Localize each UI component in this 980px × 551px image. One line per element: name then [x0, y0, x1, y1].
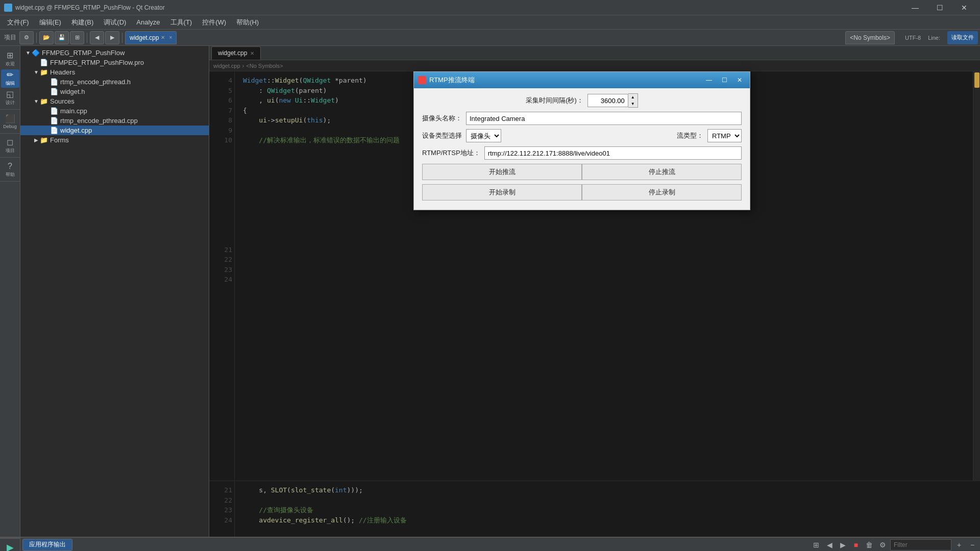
- output-filter-input[interactable]: [890, 539, 951, 550]
- start-stream-btn[interactable]: 开始推流: [422, 164, 582, 180]
- rtmp-dialog-title-text: RTMP推流终端: [429, 76, 475, 85]
- output-stop-btn[interactable]: ■: [850, 539, 862, 550]
- toolbar-open-btn[interactable]: 📂: [39, 31, 54, 44]
- toolbar-save-btn[interactable]: 💾: [55, 31, 69, 44]
- tree-item-widget-h[interactable]: 📄 widget.h: [20, 87, 209, 96]
- camera-name-input[interactable]: [466, 112, 742, 125]
- ai-read-btn[interactable]: 读取文件: [947, 31, 978, 44]
- toolbar-save-all-btn[interactable]: ⊞: [70, 31, 84, 44]
- sample-interval-input[interactable]: [587, 94, 628, 107]
- toolbar-back-btn[interactable]: ◀: [90, 31, 104, 44]
- sidebar-item-project[interactable]: ◻ 项目: [1, 137, 19, 155]
- menu-tools[interactable]: 工具(T): [165, 16, 198, 29]
- widget-h-icon: 📄: [50, 88, 58, 95]
- editor-file-tab[interactable]: widget.cpp ✕ ×: [125, 31, 177, 44]
- menu-controls[interactable]: 控件(W): [197, 16, 231, 29]
- headers-folder-icon: 📁: [40, 68, 48, 76]
- sidebar-item-help[interactable]: ? 帮助: [1, 161, 19, 179]
- rtmp-dialog-minimize-btn[interactable]: —: [703, 75, 715, 85]
- tree-item-root[interactable]: ▼ 🔷 FFMPEG_RTMP_PushFlow: [20, 48, 209, 58]
- rtmp-dialog-close-btn[interactable]: ✕: [733, 75, 746, 85]
- symbol-tab-label: <No Symbols>: [850, 34, 890, 41]
- code-lower-text[interactable]: s, SLOT(slot_state(int))); //查询摄像头设备 avd…: [235, 481, 980, 537]
- tree-item-rtmp-cpp[interactable]: 📄 rtmp_encode_pthread.cpp: [20, 116, 209, 126]
- output-panel-tab-label: 应用程序输出: [29, 540, 66, 549]
- stop-stream-btn[interactable]: 停止推流: [582, 164, 742, 180]
- sample-interval-row: 采集时间间隔(秒)： ▲ ▼: [422, 93, 742, 108]
- output-settings-btn[interactable]: ⚙: [877, 539, 888, 550]
- tree-item-pro[interactable]: 📄 FFMPEG_RTMP_PushFlow.pro: [20, 58, 209, 67]
- toolbar-forward-btn[interactable]: ▶: [105, 31, 119, 44]
- output-plus-btn[interactable]: +: [953, 539, 965, 550]
- widget-cpp-icon: 📄: [50, 127, 58, 134]
- tree-item-headers[interactable]: ▼ 📁 Headers: [20, 67, 209, 77]
- bottom-area: ▶ ▶ Release 🔨 应用程序输出 ⊞ ◀ ▶ ■ 🗑 ⚙ + −: [0, 537, 980, 551]
- sidebar-group-debug: ⬛ Debug: [0, 111, 20, 134]
- device-type-select[interactable]: 摄像头 桌面: [466, 129, 501, 142]
- menu-help[interactable]: 帮助(H): [231, 16, 264, 29]
- line-numbers: 4 5 6 7 8 9 10 21 22 23: [209, 71, 235, 481]
- run-btn[interactable]: ▶: [1, 541, 19, 551]
- editor-tab-close-icon[interactable]: ✕: [250, 51, 254, 56]
- sidebar-item-design[interactable]: ◱ 设计: [1, 89, 19, 107]
- output-prev-btn[interactable]: ◀: [824, 539, 835, 550]
- design-icon: ◱: [6, 90, 14, 98]
- tree-item-main-cpp[interactable]: 📄 main.cpp: [20, 106, 209, 116]
- editor-scrollbar[interactable]: [973, 71, 980, 481]
- titlebar: widget.cpp @ FFMPEG_RTMP_PushFlow - Qt C…: [0, 0, 980, 15]
- record-btn-row: 开始录制 停止录制: [422, 184, 742, 201]
- app-icon: [4, 4, 12, 12]
- stream-type-select[interactable]: RTMP RTSP: [707, 129, 742, 142]
- pro-file-icon: 📄: [40, 59, 48, 66]
- maximize-button[interactable]: ☐: [928, 0, 951, 15]
- sidebar-group-project: ◻ 项目: [0, 135, 20, 158]
- editor-file-tab-close[interactable]: ✕: [161, 35, 165, 40]
- editor-file-tab-pin[interactable]: ×: [169, 35, 172, 40]
- sample-interval-label: 采集时间间隔(秒)：: [526, 96, 583, 105]
- sidebar-item-edit[interactable]: ✏ 编辑: [1, 69, 19, 88]
- tree-item-sources[interactable]: ▼ 📁 Sources: [20, 96, 209, 106]
- sidebar-item-welcome[interactable]: ⊞ 欢迎: [1, 50, 19, 68]
- breadcrumb-file: widget.cpp: [213, 63, 240, 69]
- rtmp-dialog-body: 采集时间间隔(秒)： ▲ ▼ 摄像头名称： 设备: [414, 88, 750, 210]
- spinbox-up-btn[interactable]: ▲: [628, 94, 638, 101]
- output-panel-tab[interactable]: 应用程序输出: [22, 539, 72, 551]
- menu-build[interactable]: 构建(B): [66, 16, 99, 29]
- menu-analyze[interactable]: Analyze: [131, 16, 165, 28]
- stop-record-btn[interactable]: 停止录制: [582, 184, 742, 201]
- tree-item-rtmp-h[interactable]: 📄 rtmp_encode_pthread.h: [20, 77, 209, 87]
- start-record-btn[interactable]: 开始录制: [422, 184, 582, 201]
- menu-debug[interactable]: 调试(D): [99, 16, 131, 29]
- tree-arrow-headers: ▼: [33, 69, 40, 75]
- tree-item-widget-cpp[interactable]: 📄 widget.cpp: [20, 126, 209, 135]
- close-button[interactable]: ✕: [952, 0, 976, 15]
- window-controls: — ☐ ✕: [903, 0, 976, 15]
- project-tree: ▼ 🔷 FFMPEG_RTMP_PushFlow 📄 FFMPEG_RTMP_P…: [20, 46, 209, 537]
- toolbar-settings-btn[interactable]: ⚙: [19, 31, 34, 44]
- toolbar-sep-3: [122, 33, 122, 43]
- scrollbar-thumb[interactable]: [974, 72, 979, 88]
- output-expand-btn[interactable]: ⊞: [811, 539, 822, 550]
- symbol-tab[interactable]: <No Symbols>: [845, 31, 895, 44]
- device-stream-row: 设备类型选择 摄像头 桌面 流类型： RTMP RTSP: [422, 129, 742, 142]
- output-minus-btn[interactable]: −: [967, 539, 978, 550]
- rtmp-address-input[interactable]: [484, 146, 742, 160]
- sample-interval-spinbox-btns: ▲ ▼: [628, 93, 638, 108]
- tree-item-forms[interactable]: ▶ 📁 Forms: [20, 135, 209, 145]
- sidebar-group-top: ⊞ 欢迎 ✏ 编辑 ◱ 设计: [0, 48, 20, 110]
- menu-file[interactable]: 文件(F): [2, 16, 34, 29]
- sidebar-icons: ⊞ 欢迎 ✏ 编辑 ◱ 设计 ⬛ Debug ◻ 项目: [0, 46, 20, 537]
- output-next-btn[interactable]: ▶: [837, 539, 848, 550]
- spinbox-down-btn[interactable]: ▼: [628, 101, 638, 107]
- sidebar-item-debug[interactable]: ⬛ Debug: [1, 113, 19, 131]
- menu-edit[interactable]: 编辑(E): [34, 16, 66, 29]
- minimize-button[interactable]: —: [903, 0, 927, 15]
- editor-active-tab[interactable]: widget.cpp ✕: [211, 46, 261, 60]
- editor-tabs: widget.cpp ✕: [209, 46, 980, 60]
- rtmp-dialog-maximize-btn[interactable]: ☐: [718, 75, 730, 85]
- output-clear-btn[interactable]: 🗑: [864, 539, 875, 550]
- toolbar: 项目 ⚙ 📂 💾 ⊞ ◀ ▶ widget.cpp ✕ × <No Symbol…: [0, 30, 980, 46]
- main-cpp-icon: 📄: [50, 107, 58, 115]
- encoding-label: UTF-8: [901, 35, 925, 41]
- rtmp-dialog-icon: [418, 76, 426, 84]
